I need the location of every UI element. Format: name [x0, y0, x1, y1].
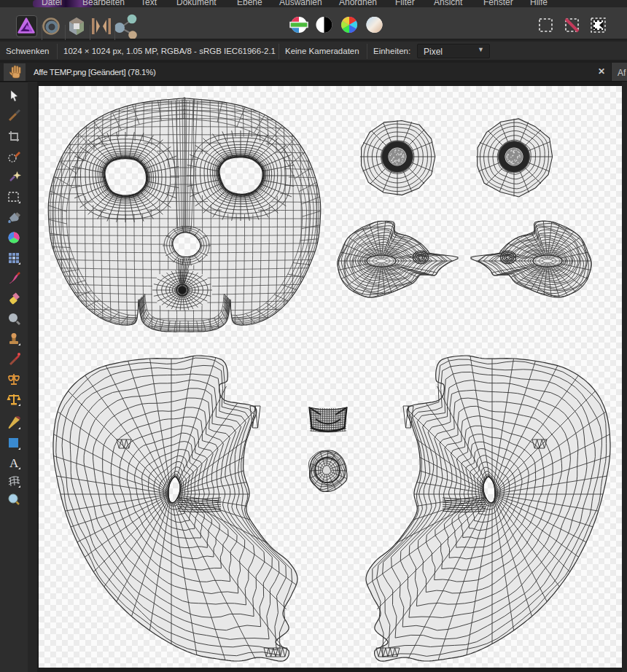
svg-text:A: A: [9, 456, 19, 470]
